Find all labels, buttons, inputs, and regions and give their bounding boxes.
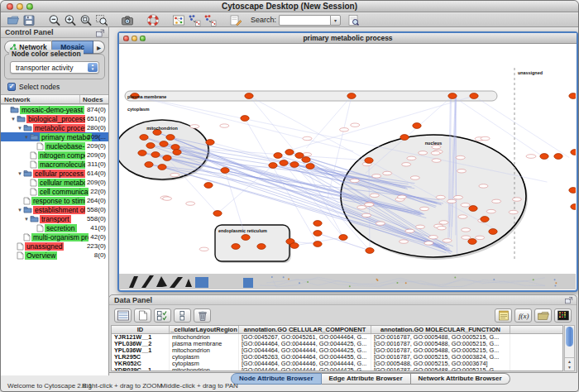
graph-node: [173, 150, 181, 155]
minimize-icon[interactable]: [17, 3, 23, 10]
tree-row[interactable]: mosaic-demo-yeast874(0): [1, 105, 108, 114]
table-row[interactable]: YDR039C__1mitochondrion[GO:0044464, GO:0…: [112, 367, 562, 371]
float-panel-icon[interactable]: [95, 28, 106, 41]
scroll-down-icon[interactable]: ▼: [567, 365, 572, 370]
select-nodes-checkbox[interactable]: ✓: [7, 83, 16, 91]
tab-overflow-arrow-icon[interactable]: ▶: [93, 41, 105, 54]
help-ring-icon[interactable]: [145, 13, 160, 26]
tree-row[interactable]: unassigned223(0): [1, 241, 108, 251]
svg-text:plasma membrane: plasma membrane: [127, 94, 166, 99]
tree-row[interactable]: nucleobase-209(0): [1, 141, 108, 151]
expand-triangle-icon[interactable]: ▼: [17, 208, 23, 213]
zoom-out-icon[interactable]: [46, 13, 62, 26]
table-header-row: ID_cellularLayoutRegionannotation.GO CEL…: [112, 326, 562, 334]
select-attributes-icon[interactable]: [154, 308, 171, 323]
tree-row[interactable]: cell communicat22(0): [1, 187, 108, 196]
network-window-titlebar[interactable]: primary metabolic process: [119, 33, 577, 44]
scrollbar-arrows[interactable]: ▲▼: [565, 357, 574, 370]
table-row[interactable]: YJR121W__1mitochondrion[GO:0045267, GO:0…: [112, 334, 562, 341]
column-header[interactable]: annotation.GO MOLECULAR_FUNCTION: [371, 326, 510, 333]
delete-attribute-icon[interactable]: [194, 308, 211, 323]
close-icon[interactable]: [7, 3, 13, 10]
tree-item-count: 209(0): [85, 151, 106, 160]
search-config-icon[interactable]: [345, 13, 361, 26]
table-row[interactable]: YKR052Ccytoplasm[GO:0044464, GO:0044446,…: [112, 361, 562, 367]
graph-node: [280, 160, 288, 166]
graph-node: [366, 248, 374, 254]
tree-row[interactable]: ▼primary metabo209(...: [1, 132, 108, 141]
data-panel-title: Data Panel: [114, 296, 152, 304]
column-header[interactable]: annotation.GO CELLULAR_COMPONENT: [239, 326, 371, 333]
search-label: Search:: [251, 16, 276, 24]
scroll-up-icon[interactable]: ▲: [567, 359, 572, 365]
expand-triangle-icon[interactable]: ▼: [17, 171, 23, 176]
tree-row[interactable]: nitrogen compo209(0): [1, 151, 108, 160]
save-icon[interactable]: [21, 13, 36, 26]
zoom-in-icon[interactable]: [62, 13, 78, 26]
window-titlebar[interactable]: Cytoscape Desktop (New Session): [1, 1, 578, 12]
graph-node: [242, 235, 250, 241]
table-row[interactable]: YPL036W__2plasma membrane[GO:0044464, GO…: [112, 341, 562, 347]
zoom-window-icon[interactable]: [140, 36, 146, 41]
table-cell: [GO:0044464, GO:0044444, GO:0044425, G..…: [239, 341, 371, 347]
column-header[interactable]: ID: [112, 326, 170, 333]
tree-row[interactable]: response to stimul264(0): [1, 196, 108, 205]
function-builder-icon[interactable]: f(x): [514, 308, 532, 323]
attribute-table-icon[interactable]: [114, 308, 132, 323]
tree-row[interactable]: ▼metabolic process280(0): [1, 123, 108, 132]
tree-row[interactable]: secretion41(0): [1, 223, 108, 232]
expand-triangle-icon[interactable]: ▼: [17, 126, 23, 131]
unselect-attributes-icon[interactable]: [174, 308, 191, 323]
import-attributes-icon[interactable]: [534, 308, 552, 323]
table-row[interactable]: YPL036W__1mitochondrion[GO:0044464, GO:0…: [112, 347, 562, 354]
tree-row[interactable]: cellular metabo209(0): [1, 178, 108, 187]
annotate-icon[interactable]: [227, 13, 243, 26]
tree-header-network[interactable]: Network: [1, 95, 80, 103]
graph-node: [290, 243, 299, 249]
tree-row[interactable]: ▼transport558(0): [1, 214, 108, 223]
scrollbar-thumb[interactable]: [566, 327, 573, 347]
expand-triangle-icon[interactable]: ▼: [23, 217, 30, 222]
data-panel: Data Panel f(x) ID_cellularLayoutRegiona…: [108, 294, 577, 373]
node-color-dropdown[interactable]: transporter activity ▲▼: [10, 61, 99, 74]
create-attribute-icon[interactable]: [134, 308, 151, 323]
tree-item-count: 223(0): [85, 241, 106, 251]
tree-row[interactable]: multi-organism pro42(0): [1, 232, 108, 241]
search-input[interactable]: [279, 15, 330, 26]
tree-row[interactable]: ▼establishment of lo558(0): [1, 205, 108, 214]
new-network-selected-edges-icon[interactable]: [202, 13, 218, 26]
tree-row[interactable]: ▼biological_process651(0): [1, 114, 108, 123]
column-header[interactable]: _cellularLayoutRegion: [170, 326, 239, 333]
tree-item-count: 311(0): [85, 160, 106, 169]
table-row[interactable]: YLR295Ccytoplasm[GO:0045263, GO:0044464,…: [112, 354, 562, 361]
tree-item-label: mosaic-demo-yeast: [20, 106, 84, 114]
expand-triangle-icon[interactable]: ▼: [10, 117, 17, 122]
page-icon: [30, 188, 37, 196]
close-icon[interactable]: [123, 36, 129, 41]
graph-node: [166, 135, 175, 141]
zoom-window-icon[interactable]: [26, 3, 33, 10]
snapshot-icon[interactable]: [119, 13, 135, 26]
open-icon[interactable]: [5, 13, 21, 26]
search-dropdown-icon[interactable]: ▾: [330, 15, 341, 26]
svg-text:endoplasmic reticulum: endoplasmic reticulum: [218, 228, 267, 233]
column-header[interactable]: [510, 326, 563, 333]
attribute-editor-icon[interactable]: [495, 308, 512, 323]
tree-row[interactable]: ▼cellular process614(0): [1, 169, 108, 178]
zoom-fit-icon[interactable]: [78, 13, 93, 26]
new-network-all-edges-icon[interactable]: [186, 13, 202, 26]
tree-row[interactable]: macromolecule311(0): [1, 160, 108, 169]
zoom-selected-icon[interactable]: [93, 13, 109, 26]
expand-triangle-icon[interactable]: ▼: [23, 135, 30, 140]
network-view-window[interactable]: primary metabolic process plasma membran…: [117, 31, 578, 292]
minimize-icon[interactable]: [132, 36, 137, 41]
tree-item-label: response to stimul: [31, 197, 92, 205]
table-scrollbar[interactable]: ▲▼: [564, 325, 575, 371]
graph-node: [232, 244, 240, 250]
network-image-icon[interactable]: [170, 13, 186, 26]
table-cell: YPL036W__2: [112, 341, 170, 347]
tree-row[interactable]: Overview8(0): [1, 251, 108, 260]
tree-header-nodes[interactable]: Nodes: [80, 95, 108, 103]
attribute-matrix-icon[interactable]: [554, 308, 572, 323]
network-canvas[interactable]: plasma membranecytoplasmmitochondrionnuc…: [119, 45, 576, 274]
